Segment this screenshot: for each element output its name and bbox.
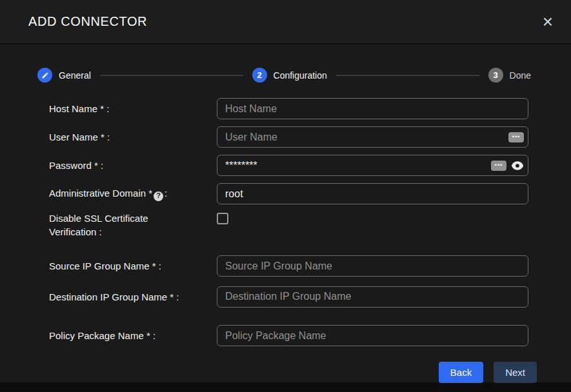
- password-input[interactable]: [217, 155, 528, 176]
- step-done-label: Done: [510, 70, 531, 81]
- policy-package-input[interactable]: [217, 325, 528, 346]
- user-name-row: User Name * : •••: [49, 126, 528, 148]
- destination-ip-group-label: Destination IP Group Name * :: [49, 290, 185, 304]
- user-name-label: User Name * :: [49, 130, 185, 144]
- stepper-connector-line: [336, 75, 479, 76]
- user-name-input-wrap: •••: [217, 126, 528, 148]
- step-2-badge: 2: [252, 68, 267, 83]
- step-general[interactable]: General: [37, 68, 91, 83]
- source-ip-group-input[interactable]: [217, 255, 528, 277]
- step-3-badge: 3: [488, 68, 503, 83]
- ellipsis-button[interactable]: •••: [491, 161, 506, 171]
- user-name-input[interactable]: [217, 126, 528, 148]
- password-row: Password * : •••: [49, 155, 528, 176]
- back-button[interactable]: Back: [439, 362, 483, 383]
- help-icon[interactable]: ?: [154, 191, 163, 201]
- policy-package-row: Policy Package Name * :: [49, 325, 528, 346]
- dialog-title: ADD CONNECTOR: [28, 14, 147, 29]
- admin-domain-row: Administrative Domain *?:: [49, 183, 528, 204]
- dialog-footer: Back Next: [0, 353, 571, 383]
- wizard-stepper: General 2 Configuration 3 Done: [0, 68, 571, 83]
- disable-ssl-row: Disable SSL Certificate Verification :: [49, 211, 528, 239]
- disable-ssl-checkbox-wrap: [217, 211, 528, 227]
- step-done: 3 Done: [488, 68, 531, 83]
- source-ip-group-label: Source IP Group Name * :: [49, 259, 185, 273]
- destination-ip-group-input[interactable]: [217, 286, 528, 308]
- admin-domain-input-wrap: [217, 183, 528, 204]
- next-button[interactable]: Next: [494, 362, 537, 383]
- host-name-row: Host Name * :: [49, 98, 528, 119]
- stepper-connector-line: [100, 75, 243, 76]
- disable-ssl-label: Disable SSL Certificate Verification :: [49, 211, 185, 239]
- step-configuration-label: Configuration: [274, 70, 327, 81]
- ellipsis-icon: •••: [512, 134, 520, 140]
- policy-package-input-wrap: [217, 325, 528, 346]
- step-configuration[interactable]: 2 Configuration: [252, 68, 327, 83]
- show-password-eye-icon[interactable]: [510, 160, 525, 172]
- source-ip-group-row: Source IP Group Name * :: [49, 255, 528, 277]
- host-name-input[interactable]: [217, 98, 528, 119]
- admin-domain-input[interactable]: [217, 183, 528, 204]
- policy-package-label: Policy Package Name * :: [49, 329, 185, 342]
- add-connector-dialog: ADD CONNECTOR × General 2 Configuration …: [0, 0, 571, 382]
- source-ip-group-input-wrap: [217, 255, 528, 277]
- destination-ip-group-input-wrap: [217, 286, 528, 308]
- host-name-label: Host Name * :: [49, 102, 185, 115]
- connector-form: Host Name * : User Name * : ••• Password…: [0, 83, 571, 353]
- ellipsis-button[interactable]: •••: [508, 132, 524, 142]
- ellipsis-icon: •••: [495, 162, 503, 168]
- destination-ip-group-row: Destination IP Group Name * :: [49, 284, 528, 309]
- admin-domain-label: Administrative Domain *?:: [49, 186, 185, 201]
- close-icon[interactable]: ×: [543, 13, 553, 31]
- password-input-wrap: •••: [217, 155, 528, 176]
- dialog-header: ADD CONNECTOR ×: [0, 0, 571, 44]
- password-label: Password * :: [49, 159, 185, 172]
- step-general-label: General: [59, 70, 91, 81]
- pencil-icon: [37, 68, 52, 83]
- disable-ssl-checkbox[interactable]: [217, 213, 228, 224]
- host-name-input-wrap: [217, 98, 528, 119]
